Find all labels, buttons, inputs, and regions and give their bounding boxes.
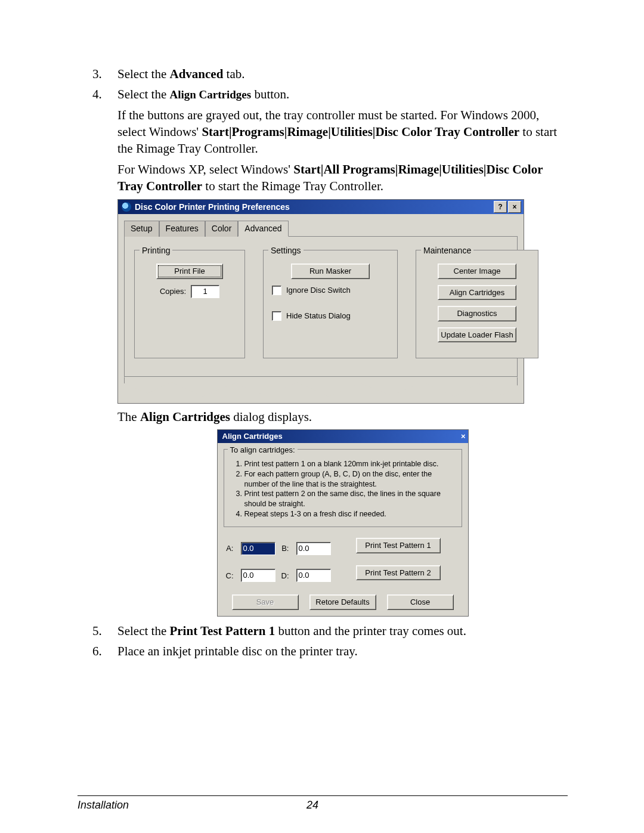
group-settings-legend: Settings [268,245,304,256]
align-title: Align Cartridges [222,431,283,442]
align-A-input[interactable]: 0.0 [241,542,275,555]
step-5: 5. Select the Print Test Pattern 1 butto… [92,623,568,639]
align-step-3: Print test pattern 2 on the same disc, t… [244,489,456,509]
diagnostics-button[interactable]: Diagnostics [438,306,516,321]
group-maintenance: Maintenance Center Image Align Cartridge… [416,250,538,358]
group-settings: Settings Run Masker Ignore Disc Switch H… [263,250,398,358]
path-win2000: Start|Programs|Rimage|Utilities|Disc Col… [202,125,519,139]
tab-setup[interactable]: Setup [124,221,159,237]
print-file-button[interactable]: Print File [156,264,223,279]
align-values: A: 0.0 B: 0.0 Print Test Pattern 1 C: 0.… [224,538,462,586]
note-winxp: For Windows XP, select Windows' Start|Al… [117,161,568,195]
step-3-pre: Select the [117,67,169,81]
align-C-input[interactable]: 0.0 [241,569,275,582]
align-step-4: Repeat steps 1-3 on a fresh disc if need… [244,509,456,519]
step-5-bold: Print Test Pattern 1 [169,624,275,638]
tab-advanced-panel: Printing Print File Copies: 1 Settings R… [124,236,518,377]
prefs-help-button[interactable]: ? [494,201,507,213]
footer-rule [78,795,568,796]
copies-input[interactable]: 1 [191,285,219,298]
tab-advanced[interactable]: Advanced [238,221,288,237]
align-titlebar: Align Cartridges × [218,430,468,443]
align-instructions-legend: To align cartridges: [228,445,298,456]
align-C-label: C: [226,571,235,581]
prefs-close-button[interactable]: × [508,201,521,213]
step-4-num: 4. [92,86,102,103]
print-test-pattern-1-button[interactable]: Print Test Pattern 1 [356,538,441,553]
note-win2000: If the buttons are grayed out, the tray … [117,107,568,157]
hide-status-row: Hide Status Dialog [272,311,390,321]
align-D-label: D: [281,571,290,581]
ignore-disc-checkbox[interactable] [272,286,281,295]
copies-row: Copies: 1 [142,285,237,298]
align-step-2: For each pattern group (A, B, C, D) on t… [244,469,456,490]
align-bottom-row: Save Retore Defaults Close [224,594,462,610]
body-text: 3. Select the Advanced tab. 4. Select th… [92,66,568,659]
torn-edge [124,377,518,397]
align-step-1: Print test pattern 1 on a blank 120mm in… [244,459,456,469]
print-test-pattern-2-button[interactable]: Print Test Pattern 2 [356,565,441,581]
step-3: 3. Select the Advanced tab. [92,66,568,82]
page-footer: Installation 24 [78,799,568,812]
align-D-input[interactable]: 0.0 [296,569,331,582]
prefs-title: Disc Color Printer Printing Preferences [135,202,290,213]
align-B-input[interactable]: 0.0 [296,542,331,555]
group-maintenance-legend: Maintenance [421,245,473,256]
copies-label: Copies: [160,286,186,297]
step-5-pre: Select the [117,624,169,638]
align-restore-defaults-button[interactable]: Retore Defaults [309,594,376,610]
hide-status-label: Hide Status Dialog [286,311,351,321]
align-close-button[interactable]: × [461,431,466,442]
center-image-button[interactable]: Center Image [438,264,516,279]
align-cartridges-dialog: Align Cartridges × To align cartridges: … [217,429,469,617]
step-3-post: tab. [223,67,244,81]
step-4: 4. Select the Align Cartridges button. [92,86,568,103]
ignore-disc-label: Ignore Disc Switch [286,285,351,296]
tab-features[interactable]: Features [159,221,205,237]
step-5-num: 5. [92,623,102,639]
align-save-button[interactable]: Save [232,594,299,610]
align-instructions: To align cartridges: Print test pattern … [224,449,462,527]
step-3-bold: Advanced [169,67,223,81]
run-masker-button[interactable]: Run Masker [291,264,370,279]
align-A-label: A: [226,543,235,554]
step-5-post: button and the printer tray comes out. [275,624,466,638]
step-4-bold: Align Cartridges [169,88,251,101]
align-B-label: B: [281,543,290,554]
align-dialog-caption: The Align Cartridges dialog displays. [117,408,568,425]
step-6-text: Place an inkjet printable disc on the pr… [117,644,358,658]
manual-page: 3. Select the Advanced tab. 4. Select th… [0,0,644,833]
prefs-tabrow: Setup Features Color Advanced [118,214,524,236]
group-printing-legend: Printing [140,245,172,256]
prefs-titlebar: Disc Color Printer Printing Preferences … [118,200,524,214]
footer-section: Installation [78,799,129,812]
align-cartridges-button[interactable]: Align Cartridges [438,285,516,301]
hide-status-checkbox[interactable] [272,311,281,321]
align-close-button-2[interactable]: Close [387,594,454,610]
step-3-num: 3. [92,66,102,82]
prefs-app-icon [122,202,131,212]
step-4-pre: Select the [117,87,169,101]
step-4-post: button. [251,87,289,101]
update-loader-flash-button[interactable]: Update Loader Flash [438,327,516,343]
step-6: 6. Place an inkjet printable disc on the… [92,643,568,659]
group-printing: Printing Print File Copies: 1 [134,250,245,358]
tab-color[interactable]: Color [205,221,238,237]
footer-page-number: 24 [129,799,496,812]
printing-preferences-dialog: Disc Color Printer Printing Preferences … [117,199,524,404]
ignore-disc-row: Ignore Disc Switch [272,285,390,296]
step-6-num: 6. [92,643,102,659]
